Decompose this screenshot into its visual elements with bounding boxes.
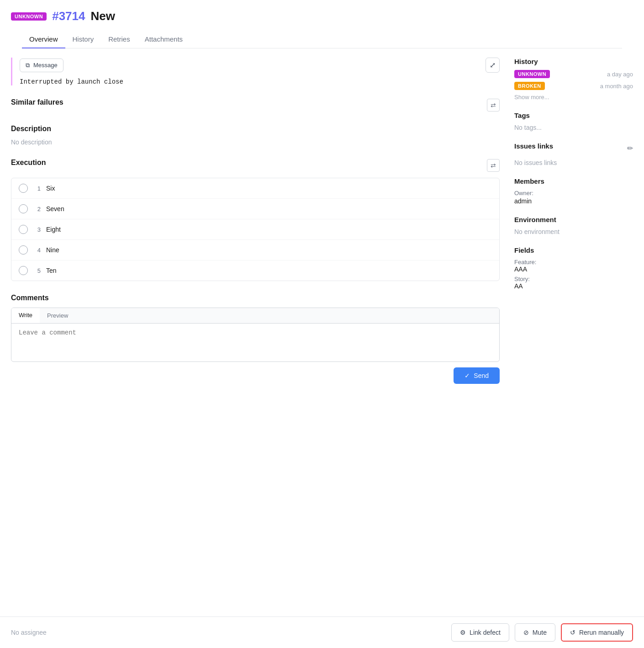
execution-title: Execution — [11, 159, 46, 167]
field-story-label: Story: — [514, 276, 633, 282]
show-more-history[interactable]: Show more... — [514, 94, 633, 101]
exec-num-4: 4 — [33, 247, 41, 254]
execution-section: Execution ⇄ 1 Six 2 Seven — [11, 159, 500, 281]
left-panel: Message Interrupted by launch close Simi… — [11, 58, 500, 607]
right-panel: History UNKNOWN a day ago BROKEN a month… — [514, 58, 633, 607]
status-badge-unknown: UNKNOWN — [11, 12, 47, 21]
field-feature: Feature: AAA — [514, 259, 633, 273]
history-badge-broken: BROKEN — [514, 82, 545, 90]
rerun-label: Rerun manually — [579, 629, 624, 636]
link-defect-icon — [460, 629, 466, 636]
history-time-2: a month ago — [600, 83, 633, 90]
similar-failures-row: Similar failures ⇄ — [11, 98, 500, 112]
similar-failures-icon[interactable]: ⇄ — [487, 99, 500, 112]
tab-overview[interactable]: Overview — [22, 31, 65, 48]
page-container: UNKNOWN #3714 New Overview History Retri… — [0, 0, 644, 648]
sidebar-members-section: Members Owner: admin — [514, 177, 633, 205]
sidebar-tags-section: Tags No tags... — [514, 112, 633, 131]
execution-expand-icon[interactable]: ⇄ — [487, 159, 500, 172]
tab-attachments[interactable]: Attachments — [137, 31, 190, 48]
link-defect-button[interactable]: Link defect — [451, 623, 509, 642]
exec-num-2: 2 — [33, 206, 41, 212]
similar-failures-section: Similar failures ⇄ — [11, 98, 500, 112]
similar-failures-title: Similar failures — [11, 98, 63, 106]
send-button[interactable]: ✓ Send — [454, 367, 500, 384]
sidebar-fields-section: Fields Feature: AAA Story: AA — [514, 246, 633, 290]
edit-issues-icon[interactable] — [627, 144, 633, 153]
comment-tab-write[interactable]: Write — [11, 308, 40, 323]
page-header: UNKNOWN #3714 New Overview History Retri… — [0, 0, 644, 48]
similar-icon-glyph: ⇄ — [491, 101, 496, 109]
exec-circle-3 — [19, 225, 28, 234]
comment-tab-preview[interactable]: Preview — [40, 308, 75, 323]
sidebar-environment-title: Environment — [514, 216, 633, 223]
sidebar-issues-section: Issues links No issues links — [514, 142, 633, 166]
send-check-icon: ✓ — [465, 372, 470, 379]
tags-empty: No tags... — [514, 124, 633, 131]
execution-item: 2 Seven — [11, 199, 499, 219]
footer-actions: Link defect Mute Rerun manually — [451, 623, 633, 642]
sidebar-history-section: History UNKNOWN a day ago BROKEN a month… — [514, 58, 633, 101]
execution-item: 5 Ten — [11, 260, 499, 281]
issue-title: New — [90, 9, 115, 23]
execution-item: 3 Eight — [11, 219, 499, 240]
message-button[interactable]: Message — [20, 58, 63, 72]
description-empty: No description — [11, 138, 500, 146]
environment-empty: No environment — [514, 228, 633, 235]
field-feature-value: AAA — [514, 266, 633, 273]
rerun-icon — [570, 629, 575, 636]
rerun-button[interactable]: Rerun manually — [561, 623, 633, 642]
history-badge-unknown: UNKNOWN — [514, 70, 550, 78]
tab-retries[interactable]: Retries — [101, 31, 137, 48]
comments-box: Write Preview — [11, 308, 500, 362]
title-row: UNKNOWN #3714 New — [11, 9, 633, 23]
execution-item: 1 Six — [11, 178, 499, 199]
history-item-1: UNKNOWN a day ago — [514, 70, 633, 78]
mute-icon — [523, 629, 529, 636]
link-defect-label: Link defect — [470, 629, 501, 636]
send-label: Send — [474, 372, 489, 379]
description-section: Description No description — [11, 125, 500, 146]
mute-button[interactable]: Mute — [515, 623, 555, 642]
sidebar-fields-title: Fields — [514, 246, 633, 254]
owner-value: admin — [514, 197, 633, 205]
tab-bar: Overview History Retries Attachments — [22, 31, 622, 48]
message-content: Interrupted by launch close — [20, 78, 500, 85]
exec-name-5: Ten — [46, 267, 57, 274]
sidebar-history-title: History — [514, 58, 633, 65]
exec-circle-1 — [19, 184, 28, 193]
history-item-2: BROKEN a month ago — [514, 82, 633, 90]
exec-name-2: Seven — [46, 205, 64, 212]
tab-history[interactable]: History — [65, 31, 101, 48]
exec-num-3: 3 — [33, 226, 41, 233]
comment-input[interactable] — [11, 324, 499, 360]
exec-circle-5 — [19, 266, 28, 275]
message-btn-label: Message — [33, 62, 58, 69]
comments-title: Comments — [11, 294, 500, 302]
history-time-1: a day ago — [607, 71, 633, 78]
execution-list: 1 Six 2 Seven 3 Eight 4 — [11, 178, 500, 281]
mute-label: Mute — [533, 629, 547, 636]
message-header: Message — [20, 58, 500, 73]
issues-empty: No issues links — [514, 159, 633, 166]
exec-name-3: Eight — [46, 226, 61, 233]
expand-button[interactable] — [486, 58, 500, 73]
issues-links-header: Issues links — [514, 142, 633, 154]
comments-tab-bar: Write Preview — [11, 308, 499, 324]
sidebar-issues-title: Issues links — [514, 142, 553, 150]
issue-number: #3714 — [52, 9, 85, 23]
exec-name-4: Nine — [46, 246, 59, 254]
field-story: Story: AA — [514, 276, 633, 290]
field-feature-label: Feature: — [514, 259, 633, 266]
exec-icon-glyph: ⇄ — [491, 162, 496, 169]
main-content: Message Interrupted by launch close Simi… — [0, 48, 644, 616]
field-story-value: AA — [514, 282, 633, 290]
owner-label: Owner: — [514, 190, 633, 197]
sidebar-environment-section: Environment No environment — [514, 216, 633, 235]
exec-num-1: 1 — [33, 185, 41, 192]
message-section: Message Interrupted by launch close — [11, 58, 500, 85]
exec-num-5: 5 — [33, 267, 41, 274]
exec-name-1: Six — [46, 185, 55, 192]
expand-icon — [490, 62, 496, 69]
assignee-label: No assignee — [11, 629, 47, 636]
